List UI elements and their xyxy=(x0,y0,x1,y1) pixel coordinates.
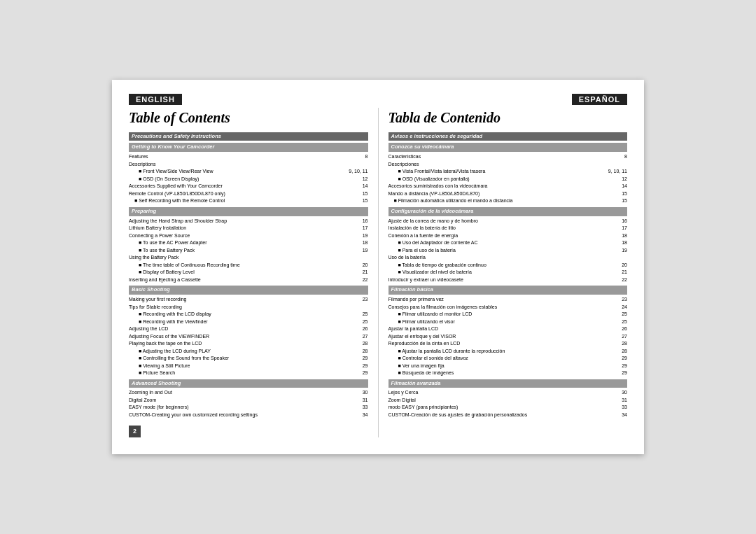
entry-text: ■ OSD (Visualizador en pantalla) xyxy=(398,176,621,183)
entry-page: 23 xyxy=(361,296,368,304)
entry-text: Introducir y extraer un videocasete xyxy=(388,276,621,284)
right-section3-header: Filmación básica xyxy=(388,286,628,295)
toc-entry: ■ Vista Frontal/Vista lateral/Vista tras… xyxy=(388,168,628,176)
toc-entry: Mando a distáncia (VP-L850/L850D/L870)15 xyxy=(388,190,628,198)
entry-page: 27 xyxy=(361,333,368,341)
entry-text: Lejos y Cerca xyxy=(388,389,621,397)
toc-entry: ■ Filmar utilizando el monitor LCD25 xyxy=(388,311,628,318)
entry-page: 28 xyxy=(620,340,627,348)
toc-entry: ■ Uso del Adaptador de corriente AC18 xyxy=(388,239,628,247)
entry-text: EASY mode (for beginners) xyxy=(129,404,361,412)
toc-entry: ■ Búsqueda de imágenes29 xyxy=(388,370,628,377)
content-columns: Table of Contents Precautions and Safety… xyxy=(129,108,627,438)
toc-entry: ■ Picture Search29 xyxy=(129,370,368,377)
toc-entry: CUSTOM-Creación de sus ajustes de grabac… xyxy=(388,412,628,419)
entry-text: ■ Controlar el sonido del altavoz xyxy=(398,355,621,363)
toc-entry: EASY mode (for beginners)33 xyxy=(129,404,368,412)
toc-entry: Instalación de la batería de litio17 xyxy=(388,225,628,232)
entry-page: 29 xyxy=(361,363,368,370)
toc-entry: Tips for Stable recording xyxy=(129,304,368,311)
entry-page: 16 xyxy=(361,218,368,225)
entry-text: ■ Ajustar la pantalla LCD durante la rep… xyxy=(398,348,621,356)
entry-text: Lithium Battery Installation xyxy=(129,225,361,232)
entry-text: Ajustar la pantalla LCD xyxy=(388,325,621,333)
entry-page: 30 xyxy=(361,389,368,397)
entry-text: ■ Visualizador del nivel de batería xyxy=(398,269,621,276)
toc-entry: ■ Viewing a Still Picture29 xyxy=(129,363,368,370)
entry-page: 21 xyxy=(361,269,368,276)
entry-text: ■ The time table of Continuous Recording… xyxy=(139,262,361,269)
toc-entry: ■ To use the Battery Pack19 xyxy=(129,247,368,255)
entry-page: 20 xyxy=(620,262,627,269)
toc-entry: Adjusting the LCD26 xyxy=(129,325,368,333)
entry-text: ■ Viewing a Still Picture xyxy=(139,363,361,370)
toc-entry: Zooming In and Out30 xyxy=(129,389,368,397)
toc-entry: Lithium Battery Installation17 xyxy=(129,225,368,232)
entry-text: Ajuste de la correa de mano y de hombro xyxy=(388,218,621,225)
entry-text: Uso de la batería xyxy=(388,254,626,262)
entry-page: 18 xyxy=(361,239,368,247)
entry-page: 8 xyxy=(623,153,627,161)
toc-entry: Adjusting the Hand Strap and Shoulder St… xyxy=(129,218,368,225)
toc-entry: Ajustar la pantalla LCD26 xyxy=(388,325,628,333)
entry-text: Reproducción de la cinta en LCD xyxy=(388,340,621,348)
toc-entry: ■ OSD (Visualizador en pantalla)12 xyxy=(388,176,628,183)
entry-page: 21 xyxy=(620,269,627,276)
toc-entry: ■ To use the AC Power Adapter18 xyxy=(129,239,368,247)
entry-page: 27 xyxy=(620,333,627,341)
entry-page: 14 xyxy=(361,183,368,190)
page-number-badge: 2 xyxy=(129,419,368,437)
entry-text: modo EASY (para principiantes) xyxy=(388,404,621,412)
entry-text: Descriptions xyxy=(129,161,367,169)
entry-text: Making your first recording xyxy=(129,296,361,304)
left-section2-header: Preparing xyxy=(129,207,368,216)
toc-entry: ■ Recording with the Viewfinder25 xyxy=(129,318,368,326)
entry-page: 20 xyxy=(361,262,368,269)
toc-entry: ■ Filmar utilizando el visor25 xyxy=(388,318,628,326)
toc-entry: ■ Ajustar la pantalla LCD durante la rep… xyxy=(388,348,628,356)
left-column: Table of Contents Precautions and Safety… xyxy=(129,108,379,438)
entry-text: Ajustar el enfoque y del VISOR xyxy=(388,333,621,341)
entry-text: ■ Vista Frontal/Vista lateral/Vista tras… xyxy=(398,168,607,176)
toc-entry: Zoom Digital31 xyxy=(388,397,628,405)
left-section3-header: Basic Shooting xyxy=(129,286,368,295)
entry-page: 30 xyxy=(620,389,627,397)
toc-entry: ■ Front View/Side View/Rear View9, 10, 1… xyxy=(129,168,368,176)
toc-entry: Playing back the tape on the LCD28 xyxy=(129,340,368,348)
entry-text: Adjusting the Hand Strap and Shoulder St… xyxy=(129,218,361,225)
entry-text: ■ Adjusting the LCD during PLAY xyxy=(139,348,361,356)
entry-page: 28 xyxy=(361,348,368,356)
entry-text: Digital Zoom xyxy=(129,397,361,405)
entry-text: Consejos para la filmación con imágenes … xyxy=(388,304,621,311)
entry-page: 22 xyxy=(361,276,368,284)
entry-page: 29 xyxy=(361,355,368,363)
entry-page: 12 xyxy=(620,176,627,183)
entry-text: Playing back the tape on the LCD xyxy=(129,340,361,348)
entry-page: 34 xyxy=(361,412,368,419)
entry-text: Características xyxy=(388,153,624,161)
right-section1-header: Avisos e instrucciones de seguridad xyxy=(388,132,628,141)
toc-entry: ■ Visualizador del nivel de batería21 xyxy=(388,269,628,276)
toc-entry: Digital Zoom31 xyxy=(129,397,368,405)
entry-page: 18 xyxy=(620,239,627,247)
entry-text: ■ Picture Search xyxy=(139,370,361,377)
entry-text: CUSTOM-Creating your own customized reco… xyxy=(129,412,361,419)
entry-text: ■ Uso del Adaptador de corriente AC xyxy=(398,239,621,247)
right-column: Tabla de Contenido Avisos e instruccione… xyxy=(379,108,628,438)
entry-text: Filmando por primera vez xyxy=(388,296,621,304)
left-section4-entries: Zooming In and Out30Digital Zoom31EASY m… xyxy=(129,389,368,419)
entry-text: Adjusting the LCD xyxy=(129,325,361,333)
entry-text: Mando a distáncia (VP-L850/L850D/L870) xyxy=(388,190,621,198)
english-label: ENGLISH xyxy=(129,94,182,105)
left-section1-entries: Features8Descriptions■ Front View/Side V… xyxy=(129,153,368,205)
right-section1-sub: Conozca su videocámara xyxy=(388,143,628,152)
toc-entry: ■ Adjusting the LCD during PLAY28 xyxy=(129,348,368,356)
entry-page xyxy=(367,254,368,262)
entry-text: ■ Display of Battery Level xyxy=(139,269,361,276)
espanol-label: ESPAÑOL xyxy=(572,94,627,105)
entry-text: ■ OSD (On Screen Display) xyxy=(139,176,361,183)
entry-text: ■ Self Recording with the Remote Control xyxy=(134,197,361,205)
entry-page: 29 xyxy=(620,355,627,363)
toc-entry: ■ Filmación automática utilizando el man… xyxy=(388,197,628,205)
entry-page: 33 xyxy=(361,404,368,412)
